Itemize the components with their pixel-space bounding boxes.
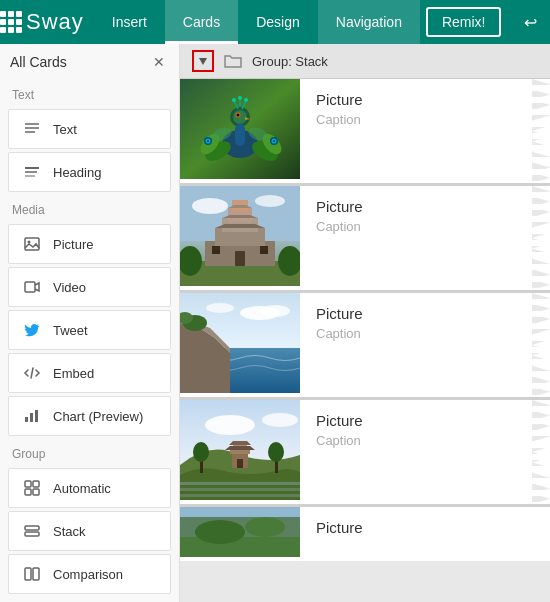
nav-navigation[interactable]: Navigation <box>318 0 420 44</box>
heading-icon <box>21 161 43 183</box>
card-picture-label: Picture <box>53 237 93 252</box>
chart-icon <box>21 405 43 427</box>
torn-edge-3 <box>532 293 550 397</box>
main-area: All Cards ✕ Text Text Heading Media <box>0 44 550 602</box>
stack-icon <box>21 520 43 542</box>
card-chart-label: Chart (Preview) <box>53 409 143 424</box>
nav-design[interactable]: Design <box>238 0 318 44</box>
card-item-automatic[interactable]: Automatic <box>8 468 171 508</box>
picture-caption-3: Caption <box>316 326 363 341</box>
svg-rect-20 <box>33 568 39 580</box>
sidebar: All Cards ✕ Text Text Heading Media <box>0 44 180 602</box>
card-video-label: Video <box>53 280 86 295</box>
svg-rect-8 <box>25 282 35 292</box>
svg-point-33 <box>244 98 248 102</box>
picture-info-5: Picture <box>300 507 379 561</box>
group-header: Group: Stack <box>180 44 550 79</box>
apps-button[interactable] <box>0 0 22 44</box>
picture-card-3[interactable]: Picture Caption <box>180 293 550 400</box>
card-embed-label: Embed <box>53 366 94 381</box>
picture-caption-4: Caption <box>316 433 363 448</box>
card-item-comparison[interactable]: Comparison <box>8 554 171 594</box>
picture-thumb-3 <box>180 293 300 397</box>
picture-card-5[interactable]: Picture <box>180 507 550 561</box>
top-navigation: Insert Cards Design Navigation Remix! ↩ … <box>94 0 550 44</box>
cards-list[interactable]: Picture Caption <box>180 79 550 601</box>
svg-point-50 <box>255 195 285 207</box>
picture-type-3: Picture <box>316 305 363 322</box>
picture-type-1: Picture <box>316 91 363 108</box>
svg-rect-19 <box>25 568 31 580</box>
picture-type-5: Picture <box>316 519 363 536</box>
card-item-stack[interactable]: Stack <box>8 511 171 551</box>
section-media-label: Media <box>0 195 179 221</box>
embed-icon <box>21 362 43 384</box>
svg-point-86 <box>245 517 285 537</box>
svg-point-32 <box>238 96 242 100</box>
svg-rect-79 <box>237 459 243 468</box>
section-text-label: Text <box>0 80 179 106</box>
picture-thumb-5 <box>180 507 300 561</box>
svg-rect-13 <box>25 481 31 487</box>
svg-rect-11 <box>30 413 33 422</box>
comparison-icon <box>21 563 43 585</box>
sidebar-scroll[interactable]: Text Text Heading Media Picture <box>0 80 179 602</box>
torn-edge-4 <box>532 400 550 504</box>
svg-rect-81 <box>180 488 300 491</box>
torn-edge-1 <box>532 79 550 183</box>
card-heading-label: Heading <box>53 165 101 180</box>
svg-point-73 <box>193 442 209 462</box>
svg-rect-59 <box>260 246 268 254</box>
picture-card-4[interactable]: Picture Caption <box>180 400 550 507</box>
picture-card-2[interactable]: Picture Caption <box>180 186 550 293</box>
card-item-tweet[interactable]: Tweet <box>8 310 171 350</box>
nav-insert[interactable]: Insert <box>94 0 165 44</box>
svg-rect-15 <box>25 489 31 495</box>
svg-point-70 <box>205 415 255 435</box>
svg-rect-12 <box>35 410 38 422</box>
picture-card-1[interactable]: Picture Caption <box>180 79 550 186</box>
svg-line-9 <box>31 368 33 378</box>
svg-point-25 <box>233 110 247 124</box>
picture-thumb-2 <box>180 186 300 290</box>
sidebar-close-button[interactable]: ✕ <box>149 52 169 72</box>
picture-caption-2: Caption <box>316 219 363 234</box>
svg-rect-14 <box>33 481 39 487</box>
group-collapse-icon[interactable] <box>192 50 214 72</box>
svg-point-31 <box>232 98 236 102</box>
card-item-video[interactable]: Video <box>8 267 171 307</box>
svg-point-43 <box>273 140 275 142</box>
svg-marker-21 <box>199 58 207 65</box>
card-item-picture[interactable]: Picture <box>8 224 171 264</box>
undo-button[interactable]: ↩ <box>515 7 545 37</box>
remix-button[interactable]: Remix! <box>426 7 502 37</box>
svg-point-49 <box>192 198 228 214</box>
svg-rect-10 <box>25 417 28 422</box>
sidebar-header: All Cards ✕ <box>0 44 179 80</box>
picture-thumb-4 <box>180 400 300 504</box>
card-item-chart[interactable]: Chart (Preview) <box>8 396 171 436</box>
group-label: Group: Stack <box>252 54 328 69</box>
video-icon <box>21 276 43 298</box>
svg-rect-57 <box>235 251 245 266</box>
card-text-label: Text <box>53 122 77 137</box>
svg-rect-80 <box>180 482 300 485</box>
picture-info-3: Picture Caption <box>300 293 379 397</box>
picture-type-4: Picture <box>316 412 363 429</box>
content-area: Group: Stack <box>180 44 550 602</box>
card-item-text[interactable]: Text <box>8 109 171 149</box>
card-stack-label: Stack <box>53 524 86 539</box>
svg-point-85 <box>195 520 245 544</box>
svg-rect-84 <box>180 537 300 557</box>
svg-rect-16 <box>33 489 39 495</box>
card-item-embed[interactable]: Embed <box>8 353 171 393</box>
svg-point-75 <box>268 442 284 462</box>
picture-caption-1: Caption <box>316 112 363 127</box>
svg-point-71 <box>262 413 298 427</box>
group-folder-icon <box>222 50 244 72</box>
card-tweet-label: Tweet <box>53 323 88 338</box>
svg-rect-87 <box>180 507 300 517</box>
card-item-heading[interactable]: Heading <box>8 152 171 192</box>
nav-cards[interactable]: Cards <box>165 0 238 44</box>
card-automatic-label: Automatic <box>53 481 111 496</box>
